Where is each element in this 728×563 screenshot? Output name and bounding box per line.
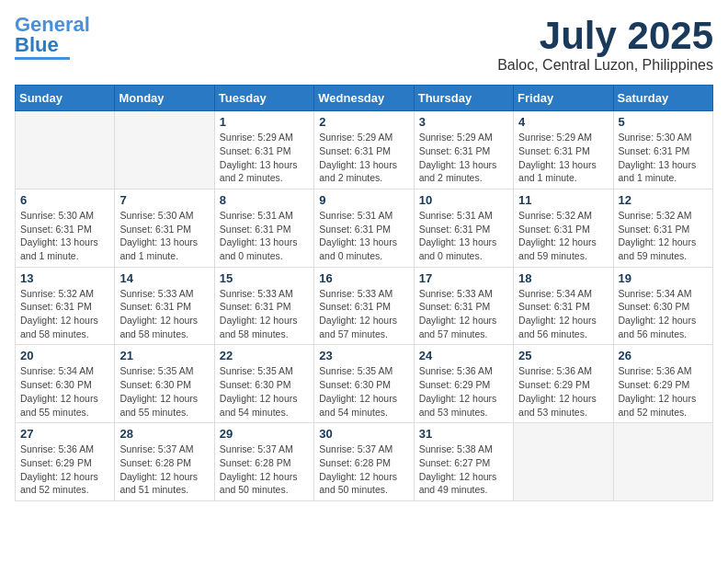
- day-info: Sunrise: 5:37 AM Sunset: 6:28 PM Dayligh…: [319, 442, 408, 497]
- calendar-cell: 21Sunrise: 5:35 AM Sunset: 6:30 PM Dayli…: [115, 345, 214, 423]
- calendar-cell: 4Sunrise: 5:29 AM Sunset: 6:31 PM Daylig…: [514, 111, 613, 190]
- day-number: 6: [20, 193, 109, 207]
- calendar-cell: 16Sunrise: 5:33 AM Sunset: 6:31 PM Dayli…: [314, 267, 414, 345]
- logo: General Blue: [15, 15, 90, 60]
- calendar-cell: 30Sunrise: 5:37 AM Sunset: 6:28 PM Dayli…: [314, 423, 414, 501]
- day-info: Sunrise: 5:35 AM Sunset: 6:30 PM Dayligh…: [319, 364, 408, 419]
- day-info: Sunrise: 5:29 AM Sunset: 6:31 PM Dayligh…: [419, 131, 508, 185]
- calendar-cell: 5Sunrise: 5:30 AM Sunset: 6:31 PM Daylig…: [613, 111, 712, 190]
- day-info: Sunrise: 5:32 AM Sunset: 6:31 PM Dayligh…: [518, 209, 608, 263]
- calendar-cell: 15Sunrise: 5:33 AM Sunset: 6:31 PM Dayli…: [214, 267, 313, 345]
- day-info: Sunrise: 5:30 AM Sunset: 6:31 PM Dayligh…: [119, 209, 209, 263]
- calendar-cell: 29Sunrise: 5:37 AM Sunset: 6:28 PM Dayli…: [214, 423, 313, 501]
- day-number: 28: [119, 427, 209, 441]
- calendar-cell: [514, 423, 613, 501]
- day-info: Sunrise: 5:33 AM Sunset: 6:31 PM Dayligh…: [419, 287, 508, 341]
- calendar-cell: 10Sunrise: 5:31 AM Sunset: 6:31 PM Dayli…: [414, 189, 513, 267]
- day-info: Sunrise: 5:31 AM Sunset: 6:31 PM Dayligh…: [220, 209, 309, 263]
- day-number: 31: [419, 427, 508, 441]
- weekday-header-thursday: Thursday: [414, 86, 513, 111]
- weekday-header-wednesday: Wednesday: [314, 86, 414, 111]
- day-info: Sunrise: 5:36 AM Sunset: 6:29 PM Dayligh…: [619, 364, 708, 419]
- day-number: 12: [619, 193, 708, 207]
- day-number: 14: [119, 271, 209, 285]
- calendar-cell: 24Sunrise: 5:36 AM Sunset: 6:29 PM Dayli…: [414, 345, 513, 423]
- day-number: 29: [220, 427, 309, 441]
- calendar-table: SundayMondayTuesdayWednesdayThursdayFrid…: [15, 85, 713, 501]
- weekday-header-saturday: Saturday: [613, 86, 712, 111]
- day-number: 9: [319, 193, 408, 207]
- weekday-header-row: SundayMondayTuesdayWednesdayThursdayFrid…: [16, 86, 713, 111]
- day-info: Sunrise: 5:32 AM Sunset: 6:31 PM Dayligh…: [20, 287, 109, 341]
- calendar-cell: 28Sunrise: 5:37 AM Sunset: 6:28 PM Dayli…: [115, 423, 214, 501]
- calendar-week-row: 1Sunrise: 5:29 AM Sunset: 6:31 PM Daylig…: [16, 111, 713, 190]
- calendar-cell: 14Sunrise: 5:33 AM Sunset: 6:31 PM Dayli…: [115, 267, 214, 345]
- day-info: Sunrise: 5:37 AM Sunset: 6:28 PM Dayligh…: [119, 442, 209, 497]
- day-info: Sunrise: 5:34 AM Sunset: 6:30 PM Dayligh…: [20, 364, 109, 419]
- calendar-week-row: 27Sunrise: 5:36 AM Sunset: 6:29 PM Dayli…: [16, 423, 713, 501]
- calendar-cell: 13Sunrise: 5:32 AM Sunset: 6:31 PM Dayli…: [16, 267, 115, 345]
- day-number: 15: [220, 271, 309, 285]
- day-info: Sunrise: 5:35 AM Sunset: 6:30 PM Dayligh…: [220, 364, 309, 419]
- day-number: 4: [518, 115, 608, 129]
- day-number: 3: [419, 115, 508, 129]
- day-info: Sunrise: 5:29 AM Sunset: 6:31 PM Dayligh…: [220, 131, 309, 185]
- calendar-cell: 12Sunrise: 5:32 AM Sunset: 6:31 PM Dayli…: [613, 189, 712, 267]
- day-number: 27: [20, 427, 109, 441]
- day-info: Sunrise: 5:34 AM Sunset: 6:30 PM Dayligh…: [619, 287, 708, 341]
- day-number: 22: [220, 349, 309, 362]
- calendar-cell: [115, 111, 214, 190]
- day-number: 23: [319, 349, 408, 362]
- day-number: 1: [220, 115, 309, 129]
- calendar-week-row: 6Sunrise: 5:30 AM Sunset: 6:31 PM Daylig…: [16, 189, 713, 267]
- day-info: Sunrise: 5:29 AM Sunset: 6:31 PM Dayligh…: [319, 131, 408, 185]
- page-header: General Blue July 2025 Baloc, Central Lu…: [15, 15, 713, 74]
- calendar-cell: 31Sunrise: 5:38 AM Sunset: 6:27 PM Dayli…: [414, 423, 513, 501]
- day-info: Sunrise: 5:37 AM Sunset: 6:28 PM Dayligh…: [220, 442, 309, 497]
- weekday-header-monday: Monday: [115, 86, 214, 111]
- day-number: 7: [119, 193, 209, 207]
- calendar-cell: 3Sunrise: 5:29 AM Sunset: 6:31 PM Daylig…: [414, 111, 513, 190]
- day-info: Sunrise: 5:31 AM Sunset: 6:31 PM Dayligh…: [319, 209, 408, 263]
- day-info: Sunrise: 5:33 AM Sunset: 6:31 PM Dayligh…: [319, 287, 408, 341]
- title-block: July 2025 Baloc, Central Luzon, Philippi…: [497, 15, 713, 74]
- weekday-header-tuesday: Tuesday: [214, 86, 313, 111]
- day-info: Sunrise: 5:29 AM Sunset: 6:31 PM Dayligh…: [518, 131, 608, 185]
- day-info: Sunrise: 5:33 AM Sunset: 6:31 PM Dayligh…: [119, 287, 209, 341]
- day-number: 13: [20, 271, 109, 285]
- calendar-cell: [16, 111, 115, 190]
- day-number: 11: [518, 193, 608, 207]
- calendar-cell: 17Sunrise: 5:33 AM Sunset: 6:31 PM Dayli…: [414, 267, 513, 345]
- calendar-cell: 2Sunrise: 5:29 AM Sunset: 6:31 PM Daylig…: [314, 111, 414, 190]
- calendar-cell: 1Sunrise: 5:29 AM Sunset: 6:31 PM Daylig…: [214, 111, 313, 190]
- weekday-header-friday: Friday: [514, 86, 613, 111]
- calendar-week-row: 13Sunrise: 5:32 AM Sunset: 6:31 PM Dayli…: [16, 267, 713, 345]
- day-number: 10: [419, 193, 508, 207]
- calendar-cell: 26Sunrise: 5:36 AM Sunset: 6:29 PM Dayli…: [613, 345, 712, 423]
- calendar-cell: 7Sunrise: 5:30 AM Sunset: 6:31 PM Daylig…: [115, 189, 214, 267]
- day-number: 2: [319, 115, 408, 129]
- calendar-cell: 11Sunrise: 5:32 AM Sunset: 6:31 PM Dayli…: [514, 189, 613, 267]
- day-number: 26: [619, 349, 708, 362]
- month-title: July 2025: [497, 15, 713, 57]
- day-number: 30: [319, 427, 408, 441]
- logo-text: General Blue: [15, 15, 90, 55]
- day-number: 18: [518, 271, 608, 285]
- calendar-week-row: 20Sunrise: 5:34 AM Sunset: 6:30 PM Dayli…: [16, 345, 713, 423]
- location-title: Baloc, Central Luzon, Philippines: [497, 57, 713, 74]
- day-info: Sunrise: 5:36 AM Sunset: 6:29 PM Dayligh…: [419, 364, 508, 419]
- calendar-cell: 9Sunrise: 5:31 AM Sunset: 6:31 PM Daylig…: [314, 189, 414, 267]
- day-info: Sunrise: 5:31 AM Sunset: 6:31 PM Dayligh…: [419, 209, 508, 263]
- day-number: 25: [518, 349, 608, 362]
- day-info: Sunrise: 5:33 AM Sunset: 6:31 PM Dayligh…: [220, 287, 309, 341]
- day-number: 21: [119, 349, 209, 362]
- calendar-cell: 20Sunrise: 5:34 AM Sunset: 6:30 PM Dayli…: [16, 345, 115, 423]
- logo-underline: [15, 57, 70, 60]
- day-number: 5: [619, 115, 708, 129]
- logo-blue: Blue: [15, 33, 59, 56]
- day-info: Sunrise: 5:30 AM Sunset: 6:31 PM Dayligh…: [20, 209, 109, 263]
- day-info: Sunrise: 5:35 AM Sunset: 6:30 PM Dayligh…: [119, 364, 209, 419]
- day-info: Sunrise: 5:30 AM Sunset: 6:31 PM Dayligh…: [619, 131, 708, 185]
- day-info: Sunrise: 5:36 AM Sunset: 6:29 PM Dayligh…: [518, 364, 608, 419]
- calendar-cell: [613, 423, 712, 501]
